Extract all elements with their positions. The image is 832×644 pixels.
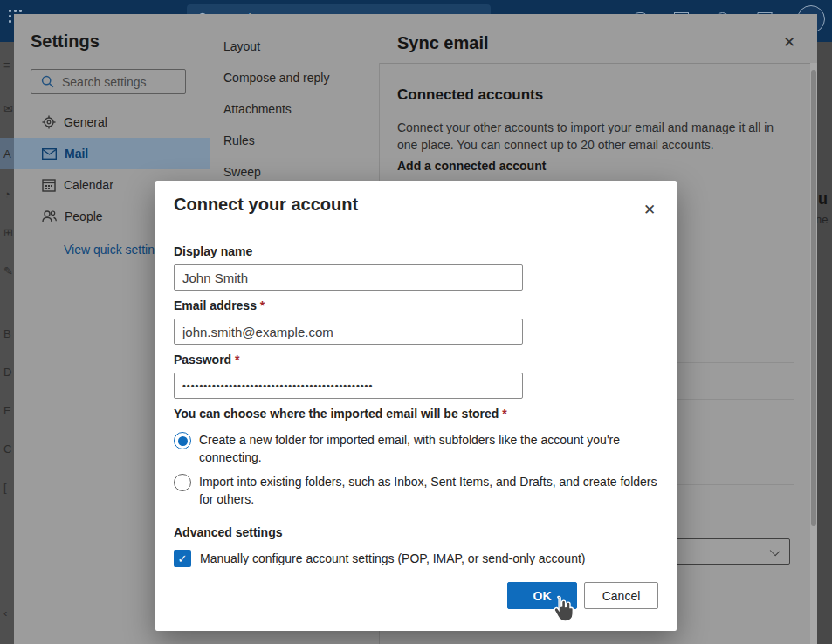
settings-search-input[interactable]: Search settings [31, 69, 186, 94]
rail-icon-fragment[interactable]: A [3, 148, 14, 161]
radio-unselected-icon[interactable] [174, 474, 191, 491]
view-quick-settings-link[interactable]: View quick settings [64, 243, 168, 257]
background-content-strip: u ne [817, 42, 832, 644]
radio-selected-icon[interactable] [174, 432, 191, 449]
advanced-settings-label: Advanced settings [174, 524, 658, 540]
outlook-app: Search Meet Now ≡ ✉ A ◔ ⊞ ✎ B D E C [ ‹ … [0, 0, 832, 644]
category-sweep[interactable]: Sweep [223, 163, 261, 181]
category-attachments[interactable]: Attachments [223, 100, 292, 118]
rail-icon-fragment[interactable]: C [3, 443, 14, 456]
cancel-button[interactable]: Cancel [584, 582, 658, 609]
required-asterisk: * [260, 298, 265, 312]
connected-accounts-description: Connect your other accounts to import yo… [397, 119, 774, 154]
category-compose-and-reply[interactable]: Compose and reply [223, 69, 329, 86]
password-field[interactable] [174, 373, 523, 399]
display-name-label: Display name [174, 243, 658, 259]
required-asterisk: * [235, 353, 239, 367]
close-icon[interactable]: ✕ [636, 196, 663, 223]
add-connected-account-link[interactable]: Add a connected account [397, 159, 546, 173]
rail-collapse-icon[interactable]: ‹ [3, 607, 14, 620]
email-address-label: Email address * [174, 298, 658, 313]
manual-config-checkbox-row[interactable]: ✓ Manually configure account settings (P… [174, 550, 658, 567]
radio-option-new-folder[interactable]: Create a new folder for imported email, … [174, 431, 658, 466]
required-asterisk: * [502, 407, 506, 421]
dialog-buttons: OK Cancel [174, 582, 658, 609]
mouse-cursor-icon [551, 595, 574, 625]
rail-icon-fragment[interactable]: ✉ [3, 103, 14, 115]
close-icon[interactable]: ✕ [777, 30, 801, 54]
rail-icon-fragment[interactable]: B [3, 328, 14, 340]
connect-account-dialog: Connect your account ✕ Display name Emai… [155, 181, 677, 631]
rail-icon-fragment[interactable]: [ [3, 482, 14, 494]
settings-search-placeholder: Search settings [62, 75, 147, 89]
radio-option-existing-folders[interactable]: Import into existing folders, such as In… [174, 473, 658, 508]
sync-email-title: Sync email [397, 33, 489, 53]
rail-icon-fragment[interactable]: ⊞ [3, 227, 14, 239]
settings-title: Settings [31, 31, 100, 51]
rail-icon-fragment[interactable]: ✎ [3, 265, 14, 277]
email-field[interactable] [174, 319, 523, 345]
scrollbar-thumb[interactable] [811, 70, 816, 526]
mail-icon [42, 148, 57, 160]
category-layout[interactable]: Layout [223, 38, 260, 55]
dialog-title: Connect your account [174, 193, 658, 216]
people-icon [42, 210, 57, 223]
gear-icon [42, 115, 56, 129]
checkbox-checked-icon[interactable]: ✓ [174, 550, 191, 567]
rail-icon-fragment[interactable]: D [3, 367, 14, 379]
rail-icon-fragment[interactable]: ◔ [3, 188, 14, 201]
sync-header-divider [380, 63, 817, 64]
rail-icon-fragment[interactable]: E [3, 405, 14, 417]
search-icon [41, 75, 54, 88]
sidebar-item-general[interactable]: General [14, 106, 210, 138]
manual-config-label: Manually configure account settings (POP… [200, 550, 586, 567]
display-name-field[interactable] [174, 264, 523, 291]
sidebar-item-mail[interactable]: Mail [14, 138, 210, 169]
background-text-fragment: ne [817, 213, 828, 226]
rail-menu-icon[interactable]: ≡ [3, 59, 14, 72]
password-label: Password * [174, 352, 658, 367]
category-rules[interactable]: Rules [223, 132, 255, 149]
storage-question-label: You can choose where the imported email … [174, 406, 658, 421]
calendar-icon [42, 178, 56, 192]
left-nav-rail: ≡ ✉ A ◔ ⊞ ✎ B D E C [ ‹ [0, 42, 14, 644]
connected-accounts-heading: Connected accounts [397, 86, 543, 104]
background-text-fragment: u [818, 190, 828, 209]
chevron-down-icon [770, 546, 780, 556]
